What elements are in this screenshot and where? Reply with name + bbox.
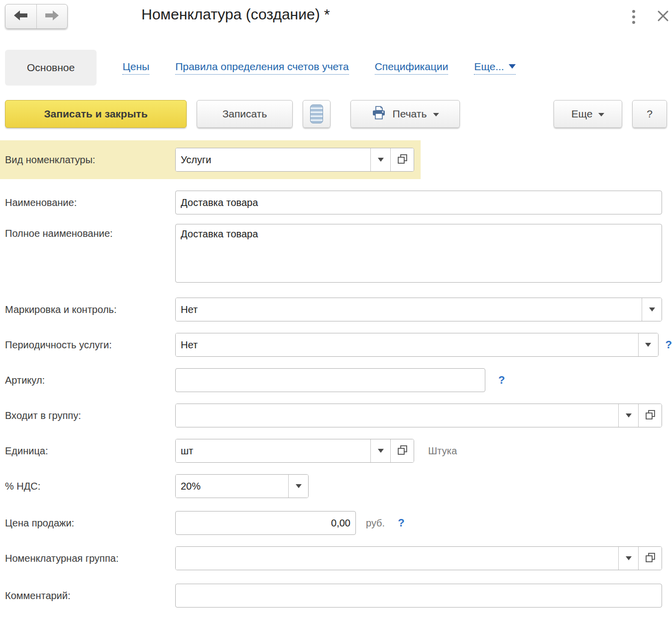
article-label: Артикул: (5, 375, 175, 386)
vat-label: % НДС: (5, 481, 175, 492)
comment-row: Комментарий: (0, 584, 672, 608)
unit-hint: Штука (428, 445, 457, 457)
unit-dropdown-button[interactable] (370, 439, 390, 462)
save-button[interactable]: Записать (197, 100, 293, 128)
chevron-down-icon (626, 413, 632, 417)
open-item-icon (645, 552, 656, 565)
comment-input[interactable] (175, 584, 662, 608)
list-stack-icon (310, 104, 323, 123)
open-item-icon (645, 409, 656, 422)
page-title: Номенклатура (создание) * (141, 4, 330, 23)
article-help-icon[interactable]: ? (498, 374, 505, 387)
forward-button[interactable] (36, 4, 68, 28)
tab-account-rules[interactable]: Правила определения счетов учета (175, 61, 348, 75)
article-input[interactable] (175, 368, 485, 392)
kind-open-button[interactable] (390, 148, 414, 171)
unit-input[interactable] (176, 439, 370, 462)
periodicity-combo (175, 333, 659, 357)
periodicity-help-icon[interactable]: ? (666, 338, 672, 351)
vat-dropdown-button[interactable] (288, 475, 308, 498)
periodicity-row: Периодичность услуги: ? (0, 333, 672, 357)
command-bar: Записать и закрыть Записать Печать Еще ? (5, 100, 667, 128)
open-item-icon (397, 153, 408, 167)
parent-group-label: Входит в группу: (5, 410, 175, 421)
name-label: Наименование: (5, 197, 175, 208)
chevron-down-icon (645, 343, 651, 347)
kind-input[interactable] (176, 148, 370, 171)
vat-combo (175, 474, 309, 498)
sale-price-input[interactable] (175, 511, 356, 535)
parent-group-input[interactable] (176, 404, 618, 427)
parent-group-open-button[interactable] (638, 404, 662, 427)
chevron-down-icon (626, 556, 632, 560)
window-controls (630, 8, 669, 26)
nom-group-label: Номенклатурная группа: (5, 553, 175, 564)
unit-label: Единица: (5, 445, 175, 457)
chevron-down-icon (378, 449, 384, 453)
more-button-label: Еще (571, 108, 593, 120)
marking-label: Маркировка и контроль: (5, 304, 175, 315)
periodicity-dropdown-button[interactable] (638, 333, 658, 356)
comment-label: Комментарий: (5, 590, 175, 602)
unit-open-button[interactable] (390, 439, 414, 462)
vat-row: % НДС: (0, 474, 672, 498)
help-button[interactable]: ? (632, 100, 667, 128)
sale-price-label: Цена продажи: (5, 517, 175, 529)
chevron-down-icon (509, 64, 516, 69)
periodicity-label: Периодичность услуги: (5, 339, 175, 351)
close-icon[interactable] (657, 10, 669, 24)
kind-label: Вид номенклатуры: (5, 154, 175, 166)
show-in-list-button[interactable] (303, 100, 331, 128)
open-item-icon (397, 444, 408, 458)
marking-dropdown-button[interactable] (642, 298, 662, 321)
name-row: Наименование: (0, 191, 672, 214)
window-top-bar: Номенклатура (создание) * (0, 0, 672, 50)
tab-more[interactable]: Еще... (474, 61, 515, 75)
dropdown-caret-icon (433, 113, 439, 116)
nom-group-row: Номенклатурная группа: (0, 546, 672, 570)
kind-dropdown-button[interactable] (370, 148, 390, 171)
printer-icon (371, 105, 386, 123)
chevron-down-icon (296, 484, 302, 488)
back-button[interactable] (5, 4, 36, 28)
full-name-row: Полное наименование: Доставка товара (0, 224, 672, 283)
nomenclature-form: Вид номенклатуры: Наименование: По (0, 140, 672, 608)
tab-bar: Основное Цены Правила определения счетов… (5, 50, 672, 86)
kind-row: Вид номенклатуры: (0, 148, 421, 172)
save-and-close-button[interactable]: Записать и закрыть (5, 100, 187, 128)
tab-main[interactable]: Основное (5, 50, 97, 86)
periodicity-input[interactable] (176, 333, 638, 356)
more-button[interactable]: Еще (554, 100, 622, 128)
full-name-textarea[interactable]: Доставка товара (175, 224, 662, 283)
parent-group-dropdown-button[interactable] (618, 404, 638, 427)
print-button-label: Печать (393, 108, 427, 120)
article-row: Артикул: ? (0, 368, 672, 392)
parent-group-combo (175, 404, 662, 427)
kind-highlight-band: Вид номенклатуры: (0, 140, 421, 179)
kind-combo (175, 148, 414, 172)
chevron-down-icon (649, 308, 655, 311)
tab-more-label: Еще... (474, 61, 504, 73)
back-arrow-icon (13, 10, 28, 23)
kebab-menu-icon[interactable] (630, 8, 637, 26)
tab-main-label: Основное (27, 62, 75, 74)
unit-combo (175, 439, 414, 463)
nom-group-open-button[interactable] (638, 547, 662, 570)
full-name-label: Полное наименование: (5, 224, 175, 239)
tab-specifications[interactable]: Спецификации (375, 61, 448, 75)
sale-price-help-icon[interactable]: ? (398, 516, 404, 529)
tab-prices[interactable]: Цены (122, 61, 149, 75)
nom-group-combo (175, 546, 662, 570)
vat-input[interactable] (176, 475, 288, 498)
nom-group-dropdown-button[interactable] (618, 547, 638, 570)
history-nav-group (5, 4, 68, 29)
nom-group-input[interactable] (176, 547, 618, 570)
marking-input[interactable] (176, 298, 642, 321)
dropdown-caret-icon (598, 113, 604, 116)
sale-price-row: Цена продажи: руб. ? (0, 511, 672, 535)
unit-row: Единица: Штука (0, 439, 672, 463)
forward-arrow-icon (44, 10, 59, 23)
name-input[interactable] (175, 191, 662, 214)
print-button[interactable]: Печать (350, 100, 460, 128)
sale-price-currency: руб. (366, 517, 385, 529)
